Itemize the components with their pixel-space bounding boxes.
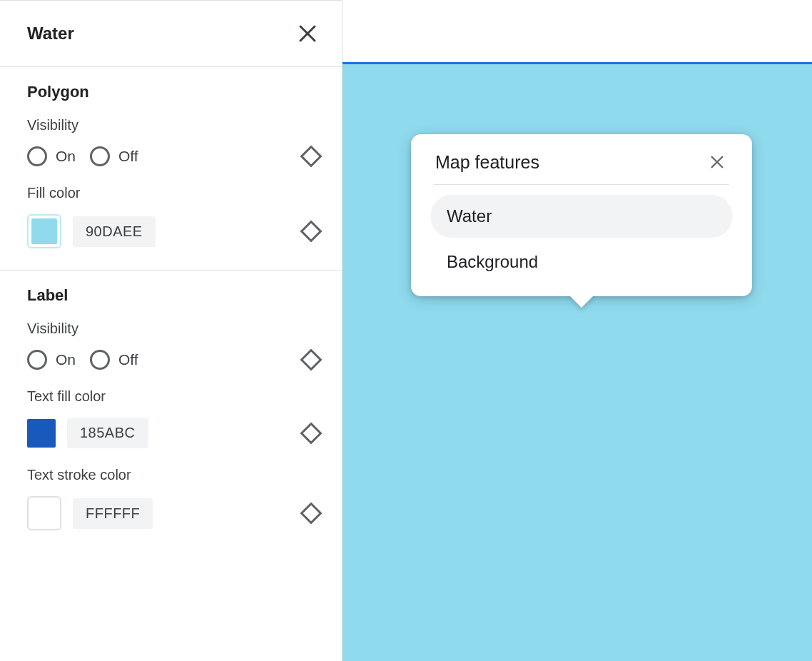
diamond-icon[interactable] bbox=[300, 220, 322, 242]
label-visibility-label: Visibility bbox=[27, 321, 322, 337]
style-sidebar: Water Polygon Visibility On Off bbox=[0, 0, 342, 661]
sidebar-title: Water bbox=[27, 24, 74, 44]
popup-item-background[interactable]: Background bbox=[431, 241, 732, 283]
sidebar-header: Water bbox=[0, 1, 342, 67]
radio-label: On bbox=[56, 351, 76, 368]
polygon-visibility-off-radio[interactable]: Off bbox=[90, 146, 138, 166]
polygon-visibility-label: Visibility bbox=[27, 117, 322, 133]
close-icon[interactable] bbox=[293, 19, 322, 48]
label-visibility-group: On Off bbox=[27, 350, 138, 370]
map-features-popup: Map features Water Background bbox=[411, 134, 752, 296]
text-stroke-swatch[interactable] bbox=[27, 496, 61, 530]
polygon-fill-hex[interactable]: 90DAEE bbox=[73, 216, 156, 247]
polygon-visibility-group: On Off bbox=[27, 146, 138, 166]
text-fill-swatch[interactable] bbox=[27, 419, 56, 448]
radio-label: Off bbox=[118, 351, 138, 368]
radio-label: On bbox=[56, 148, 76, 165]
popup-tail-icon bbox=[569, 295, 594, 308]
radio-icon bbox=[90, 350, 110, 370]
diamond-icon[interactable] bbox=[300, 348, 322, 370]
polygon-fill-label: Fill color bbox=[27, 185, 322, 201]
label-visibility-on-radio[interactable]: On bbox=[27, 350, 76, 370]
polygon-visibility-on-radio[interactable]: On bbox=[27, 146, 76, 166]
map-canvas[interactable]: Map features Water Background bbox=[342, 64, 812, 661]
label-heading: Label bbox=[27, 286, 322, 305]
radio-label: Off bbox=[118, 148, 138, 165]
radio-icon bbox=[90, 146, 110, 166]
map-preview: Map features Water Background bbox=[342, 0, 812, 661]
text-fill-hex[interactable]: 185ABC bbox=[67, 418, 148, 448]
popup-title: Map features bbox=[435, 152, 539, 173]
diamond-icon[interactable] bbox=[300, 502, 322, 524]
radio-icon bbox=[27, 146, 47, 166]
label-visibility-off-radio[interactable]: Off bbox=[90, 350, 138, 370]
popup-item-water[interactable]: Water bbox=[431, 195, 732, 238]
diamond-icon[interactable] bbox=[300, 145, 322, 167]
polygon-section: Polygon Visibility On Off Fill color bbox=[0, 67, 342, 271]
color-swatch-icon bbox=[31, 218, 57, 244]
radio-icon bbox=[27, 350, 47, 370]
close-icon[interactable] bbox=[705, 150, 729, 174]
text-fill-label: Text fill color bbox=[27, 388, 322, 405]
text-stroke-label: Text stroke color bbox=[27, 467, 322, 483]
divider bbox=[434, 184, 729, 185]
color-swatch-icon bbox=[31, 500, 57, 526]
diamond-icon[interactable] bbox=[300, 422, 322, 444]
map-topbar bbox=[342, 0, 812, 64]
text-stroke-hex[interactable]: FFFFFF bbox=[73, 498, 153, 529]
color-swatch-icon bbox=[27, 419, 56, 448]
polygon-fill-swatch[interactable] bbox=[27, 214, 61, 248]
polygon-heading: Polygon bbox=[27, 83, 322, 101]
label-section: Label Visibility On Off Text fill color bbox=[0, 271, 342, 552]
